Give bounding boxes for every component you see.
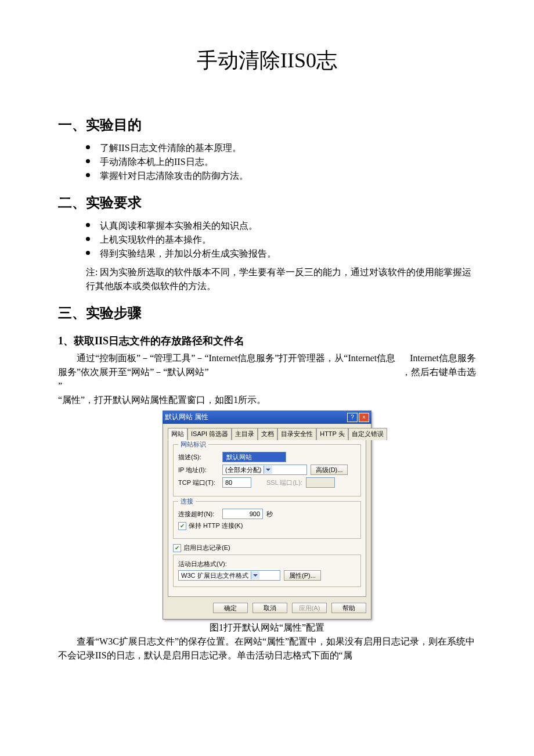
close-quote: ” — [58, 379, 476, 393]
right-fragment-1: Internet信息服务 — [410, 351, 476, 365]
section-1-list: 了解IIS日志文件清除的基本原理。 手动清除本机上的IIS日志。 掌握针对日志清… — [58, 141, 476, 183]
list-item: 上机实现软件的基本操作。 — [86, 233, 476, 247]
list-item: 认真阅读和掌握本实验相关的知识点。 — [86, 219, 476, 233]
group-logging: 活动日志格式(V): W3C 扩展日志文件格式 属性(P)... — [173, 555, 361, 587]
ip-combo[interactable]: (全部未分配) — [222, 465, 307, 475]
list-item: 了解IIS日志文件清除的基本原理。 — [86, 141, 476, 155]
ok-button[interactable]: 确定 — [213, 603, 248, 613]
group-identity-title: 网站标识 — [178, 440, 208, 449]
tab-custerr[interactable]: 自定义错误 — [348, 428, 387, 440]
tab-docs[interactable]: 文档 — [258, 428, 277, 440]
properties-dialog: 默认网站 属性 ? × 网站 ISAPI 筛选器 主目录 文档 目录安全性 HT… — [163, 411, 371, 620]
apply-button[interactable]: 应用(A) — [292, 603, 327, 613]
step-1-para1-wrap: Internet信息服务 ，然后右键单击选 通过“控制面板”－“管理工具”－“I… — [58, 351, 476, 393]
section-3-heading: 三、实验步骤 — [58, 304, 476, 322]
section-2-heading: 二、实验要求 — [58, 193, 476, 212]
step-1-para3: 查看“W3C扩展日志文件”的保存位置。在网站“属性”配置中，如果没有启用日志记录… — [58, 635, 476, 663]
list-item: 手动清除本机上的IIS日志。 — [86, 155, 476, 169]
ip-value: (全部未分配) — [225, 466, 261, 474]
keep-http-checkbox[interactable] — [178, 522, 186, 530]
dialog-title: 默认网站 属性 — [165, 412, 208, 422]
list-item: 掌握针对日志清除攻击的防御方法。 — [86, 169, 476, 183]
section-2-note: 注: 因为实验所选取的软件版本不同，学生要有举一反三的能力，通过对该软件的使用能… — [58, 265, 476, 293]
dialog-body: 网站 ISAPI 筛选器 主目录 文档 目录安全性 HTTP 头 自定义错误 网… — [163, 424, 371, 620]
cancel-button[interactable]: 取消 — [252, 603, 287, 613]
seconds-label: 秒 — [266, 510, 273, 519]
timeout-label: 连接超时(N): — [178, 510, 219, 519]
dialog-button-bar: 确定 取消 应用(A) 帮助 — [168, 597, 366, 613]
tcp-input[interactable]: 80 — [222, 477, 251, 488]
tab-home[interactable]: 主目录 — [232, 428, 258, 440]
tabs: 网站 ISAPI 筛选器 主目录 文档 目录安全性 HTTP 头 自定义错误 — [168, 427, 366, 440]
list-item: 得到实验结果，并加以分析生成实验报告。 — [86, 247, 476, 261]
ssl-input — [306, 477, 335, 488]
tab-panel: 网站标识 描述(S): 默认网站 IP 地址(I): (全部未分配) 高级(D)… — [168, 439, 366, 597]
dialog-figure: 默认网站 属性 ? × 网站 ISAPI 筛选器 主目录 文档 目录安全性 HT… — [58, 411, 476, 620]
logfmt-value: W3C 扩展日志文件格式 — [181, 571, 248, 580]
logfmt-combo[interactable]: W3C 扩展日志文件格式 — [178, 570, 280, 581]
keep-http-label: 保持 HTTP 连接(K) — [189, 521, 243, 530]
dialog-titlebar[interactable]: 默认网站 属性 ? × — [163, 411, 371, 424]
step-1-heading: 1、获取IIS日志文件的存放路径和文件名 — [58, 334, 476, 348]
desc-label: 描述(S): — [178, 453, 219, 462]
tab-website[interactable]: 网站 — [168, 428, 187, 440]
section-2-list: 认真阅读和掌握本实验相关的知识点。 上机实现软件的基本操作。 得到实验结果，并加… — [58, 219, 476, 261]
doc-title: 手动清除IIS0志 — [58, 46, 476, 75]
ip-label: IP 地址(I): — [178, 466, 219, 474]
step-1-para2: “属性”，打开默认网站属性配置窗口，如图1所示。 — [58, 393, 476, 407]
enable-logging-checkbox[interactable] — [173, 544, 181, 552]
enable-logging-label: 启用日志记录(E) — [183, 543, 230, 552]
ssl-label: SSL 端口(L): — [266, 478, 302, 487]
logfmt-label: 活动日志格式(V): — [178, 560, 356, 568]
figure-1-caption: 图1打开默认网站“属性”配置 — [58, 621, 476, 635]
desc-input[interactable]: 默认网站 — [222, 452, 286, 462]
group-identity: 网站标识 描述(S): 默认网站 IP 地址(I): (全部未分配) 高级(D)… — [173, 444, 361, 496]
titlebar-close-button[interactable]: × — [359, 413, 369, 422]
page: 手动清除IIS0志 一、实验目的 了解IIS日志文件清除的基本原理。 手动清除本… — [0, 0, 534, 756]
advanced-button[interactable]: 高级(D)... — [311, 465, 348, 475]
log-properties-button[interactable]: 属性(P)... — [284, 570, 321, 581]
right-fragment-2: ，然后右键单击选 — [402, 365, 476, 379]
tab-isapi[interactable]: ISAPI 筛选器 — [187, 428, 232, 440]
help-button[interactable]: 帮助 — [331, 603, 366, 613]
titlebar-help-button[interactable]: ? — [347, 413, 358, 422]
tcp-label: TCP 端口(T): — [178, 478, 219, 487]
tab-http[interactable]: HTTP 头 — [316, 428, 348, 440]
chevron-down-icon — [251, 571, 259, 579]
section-1-heading: 一、实验目的 — [58, 116, 476, 134]
group-connection: 连接 连接超时(N): 900 秒 保持 HTTP 连接(K) — [173, 501, 361, 539]
tab-dirsec[interactable]: 目录安全性 — [277, 428, 316, 440]
timeout-input[interactable]: 900 — [222, 509, 263, 519]
chevron-down-icon — [264, 466, 272, 474]
group-connection-title: 连接 — [178, 497, 196, 506]
